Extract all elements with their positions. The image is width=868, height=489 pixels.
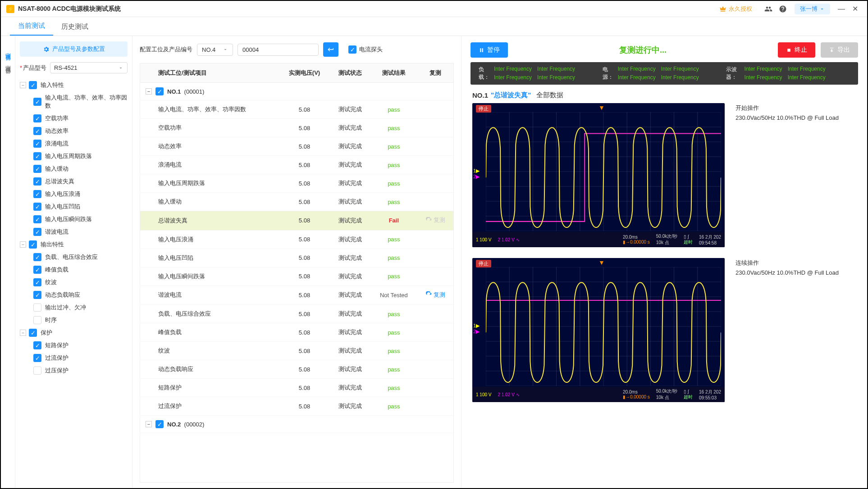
table-row[interactable]: 输入缓动 5.08 测试完成 pass [140, 193, 453, 211]
checkbox[interactable]: ✓ [33, 354, 41, 362]
scope-info: 连续操作 230.0Vac/50Hz 10.0%THD @ Full Load [736, 258, 839, 402]
cell-name: 输入电压凹陷 [140, 249, 279, 267]
checkbox[interactable]: ✓ [29, 240, 37, 249]
checkbox[interactable]: ✓ [33, 215, 41, 223]
table-row[interactable]: 过流保护 5.08 测试完成 pass [140, 397, 453, 416]
checkbox[interactable]: ✓ [33, 266, 41, 274]
export-button[interactable]: 导出 [821, 42, 858, 58]
checkbox[interactable]: ✓ [33, 203, 41, 211]
stop-button[interactable]: 终止 [778, 42, 815, 58]
serial-input[interactable]: 00004 [238, 44, 319, 56]
pause-button[interactable]: 暂停 [471, 42, 508, 58]
cell-result: pass [370, 119, 417, 137]
checkbox[interactable] [33, 303, 41, 312]
tree-item-label: 输入电压浪涌 [45, 190, 128, 198]
side-tab-project[interactable]: 测试项目 [2, 44, 14, 57]
cell-name: 总谐波失真 [140, 211, 279, 231]
table-row[interactable]: 动态效率 5.08 测试完成 pass [140, 137, 453, 156]
cell-retest: 复测 [417, 285, 453, 305]
cell-state: 测试完成 [330, 379, 371, 397]
collapse-icon[interactable]: − [20, 241, 26, 248]
tree-item: ✓ 负载、电压综合效应 [30, 251, 128, 263]
checkbox[interactable]: ✓ [29, 81, 37, 89]
cell-state: 测试完成 [330, 305, 371, 323]
cell-retest [417, 342, 453, 360]
tree-item-label: 输入电压周期跌落 [45, 152, 128, 160]
group-title: NO.2 (00002) [167, 421, 204, 428]
tree-item: ✓ 峰值负载 [30, 263, 128, 276]
checkbox[interactable]: ✓ [33, 98, 41, 106]
collapse-icon[interactable]: − [146, 88, 152, 95]
checkbox[interactable] [33, 367, 41, 375]
required-star-icon: * [20, 64, 22, 71]
table-row[interactable]: 纹波 5.08 测试完成 pass [140, 342, 453, 360]
scope-ch1-scale: 1 100 V [476, 237, 491, 242]
table-row[interactable]: 输入电压周期跌落 5.08 测试完成 pass [140, 174, 453, 193]
station-select[interactable]: NO.4 [197, 44, 233, 56]
table-row[interactable]: 负载、电压综合效应 5.08 测试完成 pass [140, 305, 453, 323]
checkbox[interactable]: ✓ [33, 190, 41, 198]
cell-voltage: 5.08 [279, 397, 329, 416]
checkbox[interactable]: ✓ [33, 228, 41, 236]
collapse-icon[interactable]: − [146, 421, 152, 427]
cell-retest [417, 397, 453, 416]
tab-current-test[interactable]: 当前测试 [10, 17, 53, 36]
checkbox[interactable]: ✓ [29, 329, 37, 337]
table-row[interactable]: 空载功率 5.08 测试完成 pass [140, 119, 453, 137]
collapse-icon[interactable]: − [20, 330, 26, 336]
user-menu-button[interactable]: 张一博 [795, 4, 830, 14]
collapse-icon[interactable]: − [20, 82, 26, 88]
checkbox[interactable]: ✓ [155, 87, 164, 95]
checkbox[interactable]: ✓ [33, 140, 41, 148]
tab-history-test[interactable]: 历史测试 [53, 18, 96, 36]
side-tab-instrument[interactable]: 测试仪器 [2, 57, 14, 69]
table-row[interactable]: 输入电压瞬间跌落 5.08 测试完成 pass [140, 267, 453, 285]
current-probe-checkbox[interactable]: ✓ 电流探头 [348, 45, 383, 54]
tree-group-label: 保护 [41, 329, 128, 337]
table-row[interactable]: 输入电压浪涌 5.08 测试完成 pass [140, 230, 453, 249]
side-rail: 测试项目 测试仪器 [1, 36, 15, 488]
right-panel: 暂停 复测进行中... 终止 导出 负载： Inter FrequencyInt… [461, 36, 867, 488]
table-row[interactable]: 动态负载响应 5.08 测试完成 pass [140, 360, 453, 379]
tree-item-label: 总谐波失真 [45, 177, 128, 186]
table-row[interactable]: 谐波电流 5.08 测试完成 Not Tested 复测 [140, 285, 453, 305]
checkbox[interactable]: ✓ [155, 420, 164, 428]
table-row[interactable]: 峰值负载 5.08 测试完成 pass [140, 323, 453, 342]
checkbox[interactable]: ✓ [33, 341, 41, 349]
scope-trigger-info: ▯ ∫超时 [684, 234, 693, 245]
submit-button[interactable] [323, 42, 338, 57]
checkbox[interactable] [33, 316, 41, 324]
cell-state: 测试完成 [330, 323, 371, 342]
tree-group: − ✓ 输出特性 [20, 238, 128, 251]
checkbox[interactable]: ✓ [33, 177, 41, 186]
users-icon[interactable] [762, 3, 775, 15]
checkbox[interactable]: ✓ [33, 165, 41, 173]
tree-item: ✓ 纹波 [30, 276, 128, 289]
checkbox[interactable]: ✓ [33, 114, 41, 122]
cell-result: pass [370, 360, 417, 379]
close-button[interactable]: ✕ [848, 5, 862, 13]
cell-voltage: 5.08 [279, 100, 329, 119]
checkbox[interactable]: ✓ [33, 253, 41, 261]
help-icon[interactable] [777, 3, 789, 15]
table-row[interactable]: 输入电流、功率、效率、功率因数 5.08 测试完成 pass [140, 100, 453, 119]
model-config-button[interactable]: 产品型号及参数配置 [20, 41, 128, 57]
cell-retest [417, 323, 453, 342]
minimize-button[interactable]: — [835, 5, 848, 13]
titlebar: ⚡ NSAT-8000 ACDC电源模块测试系统 永久授权 张一博 — ✕ [1, 1, 867, 17]
tree-group: − ✓ 输入特性 [20, 79, 128, 91]
table-row[interactable]: 输入电压凹陷 5.08 测试完成 pass [140, 249, 453, 267]
model-select[interactable]: RS-4521 [50, 62, 128, 73]
scope-list: 停止 ▼ 1▶2▶ 1 100 V 2 1.02 V ∿ 20.0ms▮→0.0… [461, 103, 867, 488]
checkbox[interactable]: ✓ [33, 291, 41, 299]
stop-icon [786, 47, 792, 53]
checkbox[interactable]: ✓ [33, 127, 41, 135]
checkbox[interactable]: ✓ [33, 278, 41, 286]
retest-button[interactable]: 复测 [425, 291, 445, 299]
table-row[interactable]: 总谐波失真 5.08 测试完成 Fail 复测 [140, 211, 453, 231]
center-header: 配置工位及产品编号 NO.4 00004 ✓ 电流探头 [132, 36, 461, 63]
table-row[interactable]: 浪涌电流 5.08 测试完成 pass [140, 156, 453, 174]
cell-voltage: 5.08 [279, 211, 329, 231]
checkbox[interactable]: ✓ [33, 152, 41, 160]
table-row[interactable]: 短路保护 5.08 测试完成 pass [140, 379, 453, 397]
